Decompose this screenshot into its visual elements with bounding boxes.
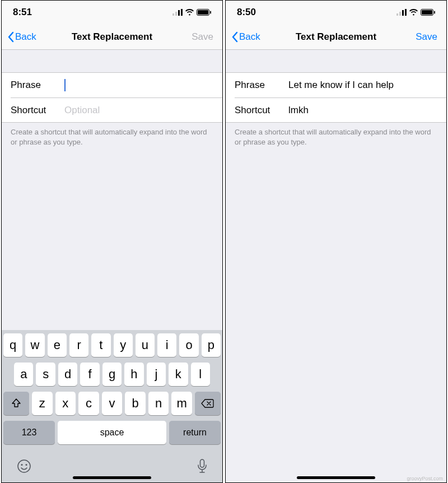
form-group: Phrase Shortcut [226, 72, 446, 123]
emoji-key[interactable] [17, 459, 31, 477]
key-e[interactable]: e [48, 333, 67, 357]
wifi-icon [409, 9, 418, 16]
microphone-icon [197, 459, 207, 473]
shortcut-label: Shortcut [11, 105, 64, 116]
svg-rect-13 [402, 10, 404, 16]
status-time: 8:51 [13, 7, 32, 18]
key-u[interactable]: u [136, 333, 155, 357]
svg-point-8 [21, 464, 23, 466]
key-z[interactable]: z [32, 392, 53, 415]
back-button[interactable]: Back [7, 31, 36, 43]
phrase-row[interactable]: Phrase [2, 73, 222, 97]
key-v[interactable]: v [102, 392, 123, 415]
svg-rect-1 [175, 12, 177, 16]
chevron-left-icon [231, 31, 238, 43]
status-time: 8:50 [237, 7, 256, 18]
svg-point-7 [18, 460, 30, 472]
backspace-icon [201, 398, 214, 408]
emoji-icon [17, 459, 31, 473]
key-p[interactable]: p [202, 333, 221, 357]
svg-rect-14 [405, 9, 407, 16]
save-button[interactable]: Save [416, 31, 441, 43]
key-n[interactable]: n [148, 392, 169, 415]
key-k[interactable]: k [169, 363, 188, 386]
status-bar: 8:50 [226, 1, 446, 24]
key-x[interactable]: x [55, 392, 76, 415]
svg-rect-10 [200, 459, 204, 467]
numbers-key[interactable]: 123 [3, 421, 55, 444]
key-l[interactable]: l [191, 363, 210, 386]
svg-rect-11 [396, 13, 398, 16]
key-b[interactable]: b [125, 392, 146, 415]
return-key[interactable]: return [169, 421, 221, 444]
status-bar: 8:51 [2, 1, 222, 24]
key-t[interactable]: t [91, 333, 110, 357]
svg-rect-0 [172, 13, 174, 16]
key-c[interactable]: c [78, 392, 99, 415]
space-key[interactable]: space [58, 421, 166, 444]
back-label: Back [15, 31, 36, 43]
phrase-input[interactable] [66, 80, 213, 91]
phrase-label: Phrase [235, 80, 288, 91]
key-d[interactable]: d [58, 363, 77, 386]
svg-rect-6 [210, 11, 211, 14]
keyboard: qwertyuiop asdfghjkl zxcvbnm 123 space r… [2, 330, 222, 482]
backspace-key[interactable] [195, 392, 221, 415]
svg-rect-16 [422, 10, 432, 15]
battery-icon [197, 9, 211, 16]
key-m[interactable]: m [171, 392, 192, 415]
svg-rect-2 [178, 10, 180, 16]
home-indicator[interactable] [297, 476, 375, 479]
nav-bar: Back Text Replacement Save [2, 24, 222, 50]
key-a[interactable]: a [14, 363, 33, 386]
back-button[interactable]: Back [231, 31, 260, 43]
phrase-label: Phrase [11, 80, 64, 91]
key-w[interactable]: w [25, 333, 44, 357]
key-i[interactable]: i [157, 333, 176, 357]
key-s[interactable]: s [36, 363, 55, 386]
key-j[interactable]: j [147, 363, 166, 386]
shortcut-input[interactable] [288, 105, 437, 116]
back-label: Back [239, 31, 260, 43]
chevron-left-icon [7, 31, 14, 43]
save-button[interactable]: Save [192, 31, 217, 43]
phrase-input[interactable] [288, 80, 437, 91]
key-h[interactable]: h [124, 363, 143, 386]
svg-rect-5 [198, 10, 208, 15]
shortcut-label: Shortcut [235, 105, 288, 116]
key-g[interactable]: g [102, 363, 122, 386]
key-y[interactable]: y [114, 333, 133, 357]
svg-rect-3 [181, 9, 183, 16]
shortcut-row[interactable]: Shortcut [235, 97, 446, 122]
shift-key[interactable] [3, 392, 29, 415]
cellular-icon [172, 9, 183, 16]
key-f[interactable]: f [80, 363, 99, 386]
shortcut-row[interactable]: Shortcut [11, 97, 222, 122]
wifi-icon [185, 9, 194, 16]
shortcut-input[interactable] [64, 105, 213, 116]
battery-icon [421, 9, 435, 16]
help-text: Create a shortcut that will automaticall… [2, 123, 222, 151]
home-indicator[interactable] [73, 476, 151, 479]
dictation-key[interactable] [197, 459, 207, 477]
nav-bar: Back Text Replacement Save [226, 24, 446, 50]
key-q[interactable]: q [3, 333, 22, 357]
form-group: Phrase Shortcut [2, 72, 222, 123]
svg-rect-12 [399, 12, 401, 16]
watermark: groovyPost.com [407, 476, 443, 481]
help-text: Create a shortcut that will automaticall… [226, 123, 446, 151]
shift-icon [11, 398, 22, 409]
svg-point-9 [26, 464, 27, 466]
key-r[interactable]: r [69, 333, 88, 357]
phrase-row[interactable]: Phrase [226, 73, 446, 97]
cellular-icon [396, 9, 407, 16]
key-o[interactable]: o [179, 333, 198, 357]
svg-rect-17 [434, 11, 435, 14]
